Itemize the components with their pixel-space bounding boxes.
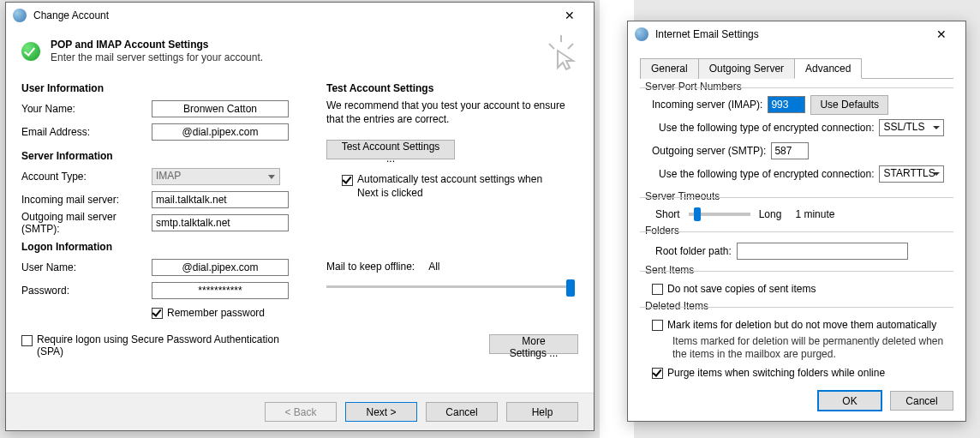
more-settings-button[interactable]: More Settings ... <box>489 334 578 354</box>
slider-rail <box>326 285 575 288</box>
logon-info-section: Logon Information <box>21 241 304 253</box>
internet-email-settings-dialog: Internet Email Settings ✕ General Outgoi… <box>627 21 966 422</box>
next-button[interactable]: Next > <box>345 402 417 422</box>
password-label: Password: <box>21 285 152 297</box>
cancel-button[interactable]: Cancel <box>426 402 498 422</box>
timeout-long-label: Long <box>759 208 782 220</box>
globe-icon <box>635 27 648 41</box>
remember-password-label: Remember password <box>167 307 265 319</box>
incoming-server-label: Incoming mail server: <box>21 194 152 206</box>
root-folder-input[interactable] <box>737 243 908 260</box>
help-button[interactable]: Help <box>506 402 578 422</box>
mark-delete-checkbox[interactable] <box>652 320 663 331</box>
auto-test-label: Automatically test account settings when… <box>357 173 563 200</box>
dialog-footer: < Back Next > Cancel Help <box>6 393 594 430</box>
window-title: Internet Email Settings <box>655 28 923 40</box>
outgoing-server-input[interactable] <box>152 214 289 231</box>
email-input[interactable] <box>152 123 289 141</box>
globe-icon <box>13 9 27 22</box>
timeout-slider[interactable] <box>689 213 750 216</box>
timeout-thumb[interactable] <box>694 207 701 221</box>
purge-label: Purge items when switching folders while… <box>667 367 885 379</box>
incoming-enc-label: Use the following type of encrypted conn… <box>659 122 874 134</box>
no-save-sent-label: Do not save copies of sent items <box>667 283 816 295</box>
cursor-icon <box>546 33 577 78</box>
change-account-dialog: Change Account ✕ POP and IMAP Account Se… <box>5 2 595 431</box>
remember-password-checkbox[interactable] <box>152 308 163 319</box>
no-save-sent-checkbox[interactable] <box>652 284 663 295</box>
username-label: User Name: <box>21 261 152 273</box>
incoming-enc-select[interactable]: SSL/TLS <box>879 119 944 136</box>
spa-checkbox[interactable] <box>21 335 33 346</box>
tab-outgoing-server[interactable]: Outgoing Server <box>698 58 795 79</box>
slider-thumb[interactable] <box>566 279 575 297</box>
timeout-short-label: Short <box>655 208 680 220</box>
your-name-input[interactable] <box>152 100 289 117</box>
titlebar[interactable]: Change Account ✕ <box>6 3 594 28</box>
incoming-port-label: Incoming server (IMAP): <box>652 99 762 111</box>
incoming-server-input[interactable] <box>152 191 289 208</box>
outgoing-port-label: Outgoing server (SMTP): <box>652 145 766 157</box>
titlebar[interactable]: Internet Email Settings ✕ <box>628 21 965 47</box>
account-type-label: Account Type: <box>21 171 152 183</box>
test-account-button[interactable]: Test Account Settings ... <box>326 140 455 159</box>
cancel-button[interactable]: Cancel <box>890 391 953 411</box>
password-input[interactable] <box>152 282 289 299</box>
outgoing-enc-label: Use the following type of encrypted conn… <box>659 168 874 180</box>
auto-test-checkbox[interactable] <box>342 175 353 186</box>
incoming-port-input[interactable] <box>768 96 805 113</box>
ok-button[interactable]: OK <box>818 391 881 411</box>
mark-delete-label: Mark items for deletion but do not move … <box>667 319 936 331</box>
mail-keep-slider[interactable] <box>326 276 575 298</box>
timeout-value: 1 minute <box>795 208 834 220</box>
mail-keep-label: Mail to keep offline: <box>326 261 415 273</box>
use-defaults-button[interactable]: Use Defaults <box>810 95 888 115</box>
user-info-section: User Information <box>21 82 304 94</box>
root-folder-label: Root folder path: <box>655 245 732 257</box>
test-section: Test Account Settings <box>326 82 578 94</box>
tab-strip: General Outgoing Server Advanced <box>640 57 953 79</box>
spa-label: Require logon using Secure Password Auth… <box>37 333 294 357</box>
username-input[interactable] <box>152 259 289 276</box>
test-blurb: We recommend that you test your account … <box>326 99 578 126</box>
tab-advanced[interactable]: Advanced <box>794 58 862 79</box>
close-button[interactable]: ✕ <box>923 22 960 46</box>
tab-general[interactable]: General <box>640 58 699 79</box>
close-button[interactable]: ✕ <box>551 3 589 27</box>
account-type-select: IMAP <box>152 168 280 185</box>
dialog-subheading: Enter the mail server settings for your … <box>51 51 263 63</box>
server-info-section: Server Information <box>21 150 304 162</box>
mail-keep-value: All <box>428 261 439 273</box>
check-icon <box>21 42 40 61</box>
deleted-note: Items marked for deletion will be perman… <box>672 335 950 361</box>
your-name-label: Your Name: <box>21 103 152 115</box>
back-button: < Back <box>265 402 337 422</box>
dialog-heading: POP and IMAP Account Settings <box>51 39 263 51</box>
purge-checkbox[interactable] <box>652 368 663 379</box>
email-label: Email Address: <box>21 126 152 138</box>
outgoing-server-label: Outgoing mail server (SMTP): <box>21 211 152 235</box>
outgoing-enc-select[interactable]: STARTTLS <box>879 165 944 183</box>
window-title: Change Account <box>33 9 551 21</box>
outgoing-port-input[interactable] <box>771 142 809 159</box>
